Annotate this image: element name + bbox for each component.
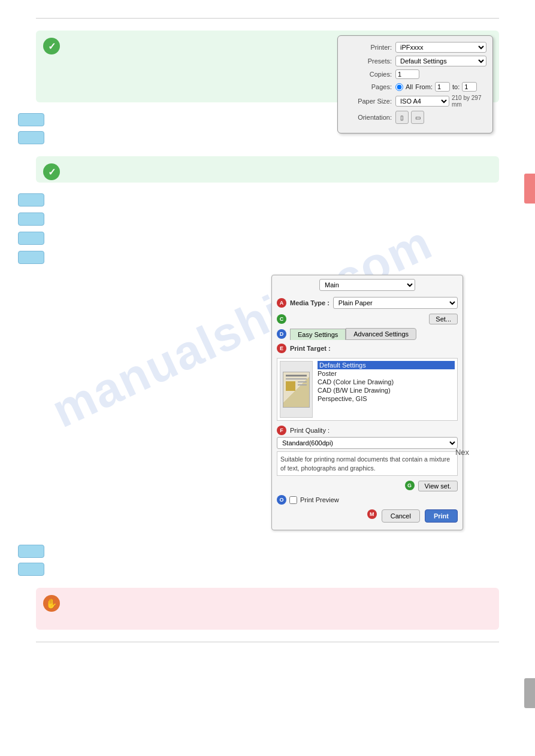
tabs-row: D Easy Settings Advanced Settings: [272, 327, 463, 341]
paper-size-dim: 210 by 297 mm: [452, 95, 486, 108]
media-type-row: A Media Type : Plain Paper: [272, 294, 463, 311]
tab-group-3: [0, 540, 535, 582]
print-target-label-row: E Print Target :: [272, 341, 463, 356]
left-tab-6[interactable]: [18, 251, 44, 264]
note-box-2: ✓: [36, 156, 499, 183]
target-preview-image: [280, 361, 313, 418]
print-quality-section: F Print Quality : Standard(600dpi) Suita…: [272, 423, 463, 478]
tab-group-2: [0, 189, 535, 272]
label-c: C: [277, 314, 286, 324]
tab-group-1: [0, 108, 535, 150]
main-panel: Main A Media Type : Plain Paper C Set...…: [271, 275, 463, 530]
presets-row: Presets: Default Settings: [344, 56, 486, 66]
left-tab-3[interactable]: [18, 193, 44, 207]
paper-size-label: Paper Size:: [344, 98, 392, 105]
pages-all-label: All: [406, 83, 413, 90]
label-m: M: [367, 509, 377, 519]
pages-to-label: to:: [452, 83, 460, 90]
panel-header: Main: [272, 275, 463, 294]
target-item-poster[interactable]: Poster: [318, 369, 455, 378]
label-a: A: [277, 298, 286, 308]
copies-label: Copies:: [344, 71, 392, 78]
cancel-button[interactable]: Cancel: [382, 509, 420, 523]
label-e: E: [277, 344, 286, 353]
left-tab-5[interactable]: [18, 232, 44, 245]
label-o: O: [277, 495, 286, 505]
left-tab-2[interactable]: [18, 131, 44, 144]
quality-description: Suitable for printing normal documents t…: [277, 451, 458, 476]
printer-row: Printer: iPFxxxx: [344, 42, 486, 53]
advanced-settings-tab[interactable]: Advanced Settings: [346, 328, 416, 340]
pages-options: All From: to:: [395, 82, 477, 92]
pages-from-label: From:: [415, 83, 433, 90]
print-quality-label-row: F Print Quality :: [277, 426, 458, 435]
note-box-1: ✓ Printer: iPFxxxx Presets: Default Sett…: [36, 31, 499, 102]
target-list: Default Settings Poster CAD (Color Line …: [315, 359, 457, 420]
target-item-default[interactable]: Default Settings: [318, 361, 455, 369]
target-item-cad-color[interactable]: CAD (Color Line Drawing): [318, 378, 455, 386]
target-item-cad-bw[interactable]: CAD (B/W Line Drawing): [318, 386, 455, 394]
pages-row: Pages: All From: to:: [344, 82, 486, 92]
label-d: D: [277, 329, 286, 339]
paper-size-row: Paper Size: ISO A4 210 by 297 mm: [344, 95, 486, 108]
note-icon-2: ✓: [43, 163, 60, 180]
next-label: Nex: [455, 448, 469, 457]
left-tab-1[interactable]: [18, 113, 44, 126]
print-quality-label: Print Quality :: [290, 427, 330, 434]
view-set-row: G View set.: [272, 478, 463, 491]
print-button[interactable]: Print: [425, 509, 458, 523]
printer-label: Printer:: [344, 44, 392, 51]
printer-select[interactable]: iPFxxxx: [395, 42, 486, 53]
dialog-buttons: M Cancel Print: [272, 507, 463, 523]
pages-label: Pages:: [344, 83, 392, 90]
set-button[interactable]: Set...: [429, 314, 458, 324]
target-item-perspective[interactable]: Perspective, GIS: [318, 394, 455, 403]
left-tab-4[interactable]: [18, 212, 44, 226]
note-icon-3: ✋: [43, 595, 60, 612]
print-target-label: Print Target :: [290, 345, 331, 352]
right-edge-tab-bottom: [524, 678, 535, 708]
print-quality-select[interactable]: Standard(600dpi): [277, 437, 458, 449]
pages-all-radio[interactable]: [395, 83, 403, 91]
print-preview-label: Print Preview: [300, 496, 339, 503]
print-target-area: Default Settings Poster CAD (Color Line …: [277, 358, 458, 421]
copies-row: Copies:: [344, 69, 486, 79]
panel-main-dropdown[interactable]: Main: [319, 279, 415, 291]
left-tab-7[interactable]: [18, 545, 44, 558]
set-button-row: C Set...: [272, 311, 463, 327]
pages-to-input[interactable]: [462, 82, 477, 92]
presets-label: Presets:: [344, 57, 392, 65]
bottom-divider: [36, 642, 499, 642]
presets-select[interactable]: Default Settings: [395, 56, 486, 66]
left-tab-8[interactable]: [18, 563, 44, 576]
easy-settings-tab[interactable]: Easy Settings: [290, 329, 346, 340]
top-divider: [36, 18, 499, 19]
label-f: F: [277, 426, 286, 435]
paper-size-select[interactable]: ISO A4: [395, 96, 449, 107]
note-box-3: ✋: [36, 588, 499, 630]
label-g: G: [405, 481, 415, 490]
print-preview-row: O Print Preview: [272, 491, 463, 507]
media-type-select[interactable]: Plain Paper: [333, 297, 458, 309]
note-icon-1: ✓: [43, 38, 60, 54]
pages-from-input[interactable]: [435, 82, 450, 92]
media-type-label: Media Type :: [290, 299, 330, 306]
copies-input[interactable]: [395, 69, 419, 79]
view-set-button[interactable]: View set.: [418, 481, 458, 491]
print-preview-checkbox[interactable]: [289, 496, 297, 504]
